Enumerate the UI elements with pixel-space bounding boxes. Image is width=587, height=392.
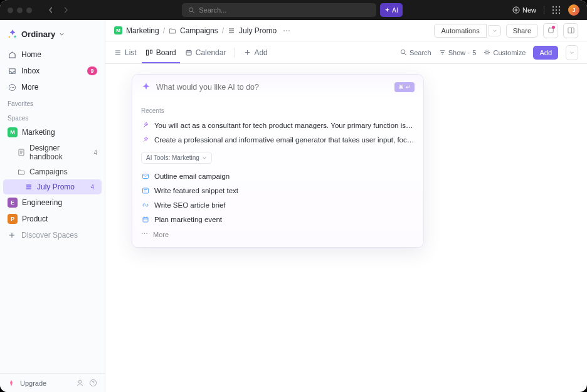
chevron-down-icon xyxy=(202,156,207,161)
nav-back-button[interactable] xyxy=(45,4,57,16)
ai-recent-item[interactable]: Create a professional and informative em… xyxy=(141,132,415,147)
sparkle-icon xyxy=(384,8,390,13)
close-dot-icon[interactable] xyxy=(8,8,13,13)
new-button[interactable]: New xyxy=(512,6,536,14)
item-label: Designer handbook xyxy=(29,144,89,161)
help-icon[interactable] xyxy=(89,379,97,387)
breadcrumb-list[interactable]: July Promo xyxy=(239,26,277,35)
panel-icon xyxy=(567,26,575,34)
folder-icon xyxy=(169,27,176,34)
add-task-dropdown[interactable] xyxy=(566,45,578,60)
ai-item-text: Outline email campaign xyxy=(154,172,230,180)
item-label: July Promo xyxy=(37,183,75,191)
space-label: Engineering xyxy=(22,198,62,207)
toolbar-customize[interactable]: Customize xyxy=(484,49,526,56)
space-badge-icon: P xyxy=(8,214,18,224)
nav-forward-button[interactable] xyxy=(60,4,72,16)
ai-item-text: Create a professional and informative em… xyxy=(154,136,415,144)
toolbar-search[interactable]: Search xyxy=(400,49,431,56)
svg-rect-19 xyxy=(568,28,573,33)
upgrade-button[interactable]: Upgrade xyxy=(20,379,46,387)
ai-pill-label: AI xyxy=(392,7,398,14)
nav-label: Inbox xyxy=(21,66,40,75)
ai-recent-item[interactable]: You will act as a consultant for tech pr… xyxy=(141,118,415,132)
add-task-button[interactable]: Add xyxy=(533,46,558,60)
sidebar-footer: Upgrade xyxy=(0,373,105,392)
home-icon xyxy=(8,50,16,59)
nav-inbox[interactable]: Inbox 9 xyxy=(0,63,105,79)
workspace-switcher[interactable]: Ordinary xyxy=(0,26,105,46)
ai-pill-button[interactable]: AI xyxy=(380,3,402,17)
ai-tool-plan-event[interactable]: Plan marketing event xyxy=(141,212,415,226)
plus-icon xyxy=(8,231,16,240)
toolbar-show[interactable]: Show · 5 xyxy=(439,49,477,56)
share-button[interactable]: Share xyxy=(506,24,538,38)
wand-icon xyxy=(141,135,149,144)
ai-tools-category-chip[interactable]: AI Tools: Marketing xyxy=(141,152,212,164)
item-count: 4 xyxy=(90,184,94,191)
sidebar-item-campaigns[interactable]: Campaigns xyxy=(0,164,105,179)
view-calendar[interactable]: Calendar xyxy=(185,43,226,63)
panel-toggle-button[interactable] xyxy=(563,23,578,38)
inbox-icon xyxy=(8,66,16,75)
section-favorites: Favorites xyxy=(0,95,105,110)
mail-icon xyxy=(141,172,149,180)
gear-icon xyxy=(484,49,490,56)
filter-icon xyxy=(439,49,446,56)
view-board[interactable]: Board xyxy=(145,43,176,63)
svg-point-3 xyxy=(556,6,557,8)
sidebar: Ordinary Home Inbox 9 More Favorites Spa… xyxy=(0,20,105,392)
nav-label: More xyxy=(21,83,38,92)
svg-point-14 xyxy=(13,87,14,87)
sparkle-icon xyxy=(141,82,151,92)
space-product[interactable]: P Product xyxy=(0,211,105,227)
svg-rect-22 xyxy=(186,50,191,55)
ai-tool-featured-snippet[interactable]: Write featured snippet text xyxy=(141,183,415,198)
chevron-down-icon xyxy=(59,31,65,37)
view-add[interactable]: Add xyxy=(244,43,267,63)
calendar-view-icon xyxy=(185,49,193,56)
invite-icon[interactable] xyxy=(76,379,84,387)
breadcrumb-folder[interactable]: Campaigns xyxy=(180,26,218,35)
user-avatar[interactable]: J xyxy=(568,4,579,16)
sidebar-item-july-promo[interactable]: July Promo 4 xyxy=(3,179,102,194)
wand-icon xyxy=(141,121,149,129)
breadcrumb-space-badge: M xyxy=(114,26,122,34)
view-tabs: List Board Calendar Add xyxy=(105,41,587,64)
automations-dropdown[interactable] xyxy=(489,25,501,36)
svg-point-2 xyxy=(553,6,554,8)
inbox-badge: 9 xyxy=(87,66,97,75)
minimize-dot-icon[interactable] xyxy=(17,8,23,13)
nav-more[interactable]: More xyxy=(0,79,105,95)
space-label: Marketing xyxy=(22,128,55,137)
ai-prompt-input[interactable] xyxy=(156,83,389,92)
ai-item-text: You will act as a consultant for tech pr… xyxy=(154,122,415,129)
window-controls xyxy=(8,8,32,13)
view-list[interactable]: List xyxy=(114,43,137,63)
space-marketing[interactable]: M Marketing xyxy=(0,124,105,140)
svg-rect-18 xyxy=(548,28,553,33)
ai-tool-seo-brief[interactable]: Write SEO article brief xyxy=(141,198,415,212)
svg-point-23 xyxy=(401,50,405,53)
svg-point-9 xyxy=(556,13,557,14)
discover-spaces[interactable]: Discover Spaces xyxy=(0,227,105,243)
separator xyxy=(235,48,235,58)
global-search[interactable]: Search... xyxy=(182,3,376,17)
breadcrumb-more-icon[interactable]: ⋯ xyxy=(283,26,290,35)
titlebar: Search... AI New J xyxy=(0,0,587,20)
link-icon xyxy=(141,201,149,209)
space-label: Product xyxy=(22,215,48,223)
sidebar-item-designer-handbook[interactable]: Designer handbook 4 xyxy=(0,140,105,164)
notifications-button[interactable] xyxy=(543,23,558,38)
space-engineering[interactable]: E Engineering xyxy=(0,194,105,211)
ai-more-button[interactable]: ⋯ More xyxy=(141,226,415,240)
nav-home[interactable]: Home xyxy=(0,46,105,63)
search-icon xyxy=(400,49,407,56)
maximize-dot-icon[interactable] xyxy=(26,8,32,13)
ai-tool-outline-email[interactable]: Outline email campaign xyxy=(141,169,415,183)
list-icon xyxy=(25,183,33,191)
apps-grid-icon[interactable] xyxy=(552,6,561,14)
automations-button[interactable]: Automations xyxy=(434,24,486,38)
section-spaces: Spaces xyxy=(0,110,105,124)
breadcrumb-space[interactable]: Marketing xyxy=(126,26,159,35)
